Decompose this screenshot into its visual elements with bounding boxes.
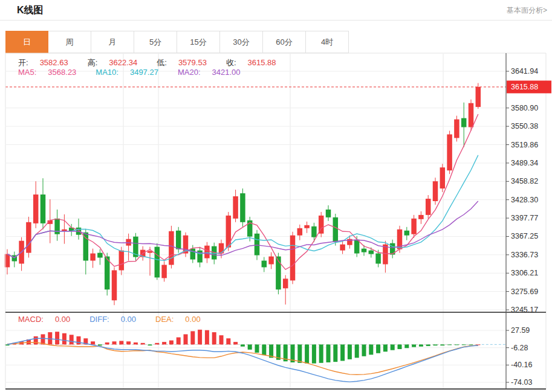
macd-bar	[262, 344, 266, 355]
macd-bar	[148, 344, 152, 345]
candle-body	[440, 167, 446, 188]
macd-bar	[212, 332, 216, 344]
macd-bar	[119, 341, 123, 344]
candle-body	[426, 199, 431, 215]
candle-body	[169, 231, 174, 265]
candle-body	[155, 247, 160, 278]
candle-body	[326, 210, 331, 217]
macd-bar	[326, 344, 331, 362]
macd-bar	[362, 344, 366, 356]
axis-tick-label: 3336.73	[511, 251, 538, 259]
axis-tick-label: -6.28	[511, 344, 528, 352]
legend-value: 3615.88	[248, 58, 276, 67]
macd-bar	[455, 344, 459, 345]
legend-value: 0.00	[185, 315, 200, 324]
grid-lines	[6, 54, 505, 388]
candle-body	[304, 225, 310, 228]
candle-body	[54, 219, 60, 234]
macd-bar	[77, 336, 81, 345]
macd-bar	[305, 344, 309, 363]
macd-bar	[233, 342, 238, 344]
macd-bar	[70, 335, 74, 344]
macd-bar	[98, 344, 102, 345]
legend-value: 3582.63	[40, 58, 68, 67]
legend-label: 高:	[88, 58, 98, 67]
macd-bar	[376, 344, 380, 353]
macd-legend: MACD:0.00DIFF:0.00DEA:0.00	[18, 315, 220, 324]
legend-item: 收:3615.88	[226, 58, 286, 67]
legend-item: 高:3622.34	[88, 58, 148, 67]
macd-bar	[55, 332, 59, 344]
legend-item: MACD:0.00	[18, 315, 80, 324]
legend-value: 0.00	[121, 315, 136, 324]
candle-body	[283, 278, 288, 288]
candle-body	[447, 134, 452, 170]
macd-bar	[91, 341, 95, 344]
macd-bar	[155, 343, 159, 345]
axis-tick-label: 3397.77	[511, 214, 538, 222]
axis-tick-label: 3275.69	[511, 288, 538, 296]
candle-body	[176, 231, 181, 249]
macd-bar	[319, 344, 323, 362]
candle-body	[240, 193, 245, 222]
price-tag: 3615.88	[507, 80, 551, 93]
macd-bar	[226, 338, 230, 344]
candle-body	[233, 196, 238, 219]
macd-bar	[62, 333, 67, 345]
candle-body	[268, 257, 274, 265]
legend-label: MA5:	[18, 68, 36, 77]
candle-body	[311, 227, 317, 237]
candle-body	[119, 251, 125, 271]
legend-label: 收:	[226, 58, 236, 67]
candle-body	[362, 249, 367, 252]
macd-bar	[447, 344, 452, 345]
macd-bar	[190, 331, 195, 344]
candle-body	[26, 222, 31, 253]
macd-bar	[134, 342, 138, 344]
macd-bar	[177, 338, 181, 345]
macd-bar	[426, 344, 430, 346]
macd-bar	[440, 344, 444, 345]
axis-tick-label: 3245.17	[511, 306, 538, 314]
macd-bar	[184, 334, 188, 344]
candle-body	[297, 228, 303, 236]
legend-label: DIFF:	[89, 315, 109, 324]
legend-item: MA20:3421.00	[178, 68, 250, 77]
macd-bar	[433, 344, 438, 345]
legend-item: DEA:0.00	[155, 315, 210, 324]
legend-label: 开:	[18, 58, 28, 67]
candle-body	[461, 118, 467, 127]
macd-bar	[255, 344, 259, 353]
legend-value: 3497.27	[130, 68, 158, 77]
candle-body	[375, 254, 381, 264]
macd-bar	[391, 344, 395, 350]
axis-tick-label: 3367.25	[511, 232, 538, 240]
macd-bar	[141, 343, 145, 345]
macd-bar	[297, 344, 302, 362]
legend-label: MACD:	[18, 315, 44, 324]
axis-tick-label: 3428.30	[511, 196, 538, 204]
macd-bar	[126, 341, 131, 344]
candle-body	[190, 249, 196, 260]
ma-legend: MA5:3568.23MA10:3497.27MA20:3421.00	[18, 68, 260, 77]
legend-value: 3421.00	[212, 68, 241, 77]
macd-bar	[412, 344, 416, 347]
macd-bar	[34, 336, 38, 345]
macd-bar	[198, 330, 202, 345]
candle-body	[418, 215, 424, 219]
ohlc-legend: 开:3582.63高:3622.34低:3579.53收:3615.88	[18, 57, 296, 68]
legend-value: 0.00	[55, 315, 70, 324]
candle-body	[255, 234, 260, 255]
macd-bar	[469, 344, 473, 345]
legend-label: 低:	[157, 58, 167, 67]
candle-body	[454, 120, 459, 138]
macd-bar	[369, 344, 373, 355]
macd-bar	[333, 344, 337, 362]
legend-item: 低:3579.53	[157, 58, 216, 67]
macd-bar	[248, 344, 252, 349]
macd-bar	[162, 342, 166, 344]
macd-bar	[5, 344, 10, 345]
macd-bar	[404, 344, 409, 348]
axis-tick-label: 27.59	[511, 326, 530, 335]
candle-body	[476, 87, 481, 107]
